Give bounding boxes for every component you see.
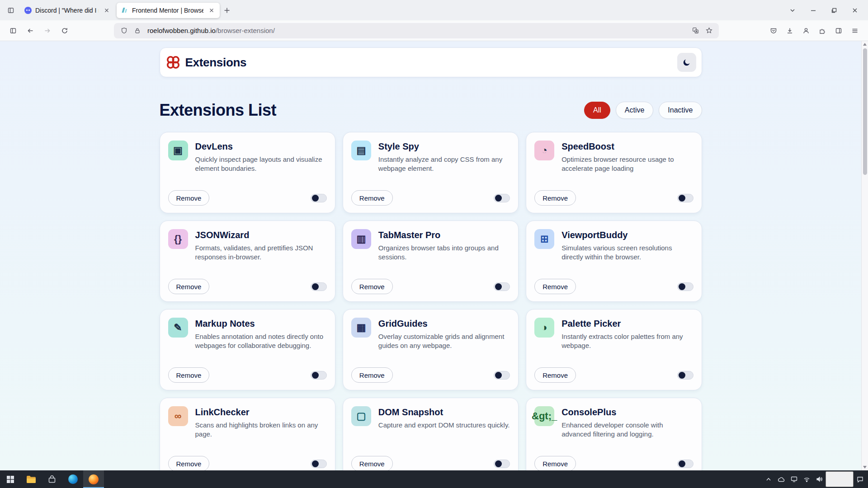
extension-toggle[interactable] xyxy=(311,282,327,291)
toggle-knob xyxy=(679,460,685,467)
back-icon[interactable] xyxy=(23,23,38,38)
extensions-logo-icon xyxy=(165,55,181,70)
downloads-icon[interactable] xyxy=(782,23,797,38)
scrollbar-track[interactable] xyxy=(862,47,868,464)
remove-button[interactable]: Remove xyxy=(351,279,393,294)
extension-icon: ▤ xyxy=(351,141,371,160)
extension-icon: ▥ xyxy=(351,229,371,249)
extension-toggle[interactable] xyxy=(311,371,327,380)
url-text: roelofwobben.github.io/browser-extension… xyxy=(147,27,687,34)
remove-button[interactable]: Remove xyxy=(534,279,576,294)
close-button[interactable] xyxy=(844,0,865,20)
volume-icon[interactable] xyxy=(813,470,826,488)
taskbar-date: 30-5-2025 xyxy=(826,479,853,487)
extension-toggle[interactable] xyxy=(311,460,327,468)
edge-browser-icon[interactable] xyxy=(62,470,83,488)
scroll-down-icon[interactable] xyxy=(863,464,867,470)
pocket-icon[interactable] xyxy=(766,23,781,38)
extension-toggle[interactable] xyxy=(494,460,510,468)
extension-name: Palette Picker xyxy=(561,319,693,329)
bookmark-star-icon[interactable] xyxy=(703,25,714,36)
extension-card: &gt;_ ConsolePlus Enhanced developer con… xyxy=(526,398,702,470)
start-button[interactable] xyxy=(0,470,21,488)
menu-hamburger-icon[interactable] xyxy=(847,23,863,38)
extension-toggle[interactable] xyxy=(677,371,693,380)
toggle-knob xyxy=(679,195,685,202)
extension-description: Enables annotation and notes directly on… xyxy=(195,332,327,351)
remove-button[interactable]: Remove xyxy=(168,190,210,206)
taskbar-clock[interactable]: 12:36 30-5-2025 xyxy=(826,471,854,487)
sidebar-toggle-icon[interactable] xyxy=(5,23,21,38)
maximize-button[interactable] xyxy=(824,0,844,20)
list-all-tabs-icon[interactable] xyxy=(782,8,803,13)
lock-icon[interactable] xyxy=(132,25,143,36)
tab-title: Frontend Mentor | Browser ext xyxy=(132,7,203,14)
extension-name: DevLens xyxy=(195,141,327,152)
remove-button[interactable]: Remove xyxy=(351,367,393,383)
remove-button[interactable]: Remove xyxy=(168,367,210,383)
file-explorer-icon[interactable] xyxy=(21,470,42,488)
address-bar[interactable]: roelofwobben.github.io/browser-extension… xyxy=(114,23,719,38)
toggle-knob xyxy=(495,372,502,379)
list-title: Extensions List xyxy=(160,101,277,120)
extension-toggle[interactable] xyxy=(494,282,510,291)
remove-button[interactable]: Remove xyxy=(534,190,576,206)
extension-card: ✎ Markup Notes Enables annotation and no… xyxy=(160,309,335,390)
extension-card: ▤ Style Spy Instantly analyze and copy C… xyxy=(343,132,519,213)
remove-button[interactable]: Remove xyxy=(168,456,210,470)
network-icon[interactable] xyxy=(800,470,813,488)
filter-active-button[interactable]: Active xyxy=(616,102,654,119)
display-icon[interactable] xyxy=(788,470,800,488)
tab-close-icon[interactable] xyxy=(102,6,111,15)
scrollbar-thumb[interactable] xyxy=(863,48,867,175)
filter-inactive-button[interactable]: Inactive xyxy=(659,102,702,119)
forward-icon[interactable] xyxy=(40,23,55,38)
tray-chevron-up-icon[interactable] xyxy=(762,470,775,488)
remove-button[interactable]: Remove xyxy=(534,367,576,383)
extension-icon: ◑ xyxy=(534,318,554,338)
extensions-puzzle-icon[interactable] xyxy=(815,23,830,38)
extension-description: Overlay customizable grids and alignment… xyxy=(378,332,510,351)
remove-button[interactable]: Remove xyxy=(351,456,393,470)
extension-toggle[interactable] xyxy=(494,194,510,202)
window-controls xyxy=(803,0,865,20)
microsoft-store-icon[interactable] xyxy=(42,470,62,488)
theme-toggle-button[interactable] xyxy=(677,53,696,72)
windows-logo-icon xyxy=(7,476,14,483)
extensions-page: Extensions Extensions List AllActiveInac… xyxy=(0,41,861,470)
extension-toggle[interactable] xyxy=(311,194,327,202)
reload-icon[interactable] xyxy=(57,23,72,38)
account-icon[interactable] xyxy=(798,23,814,38)
browser-tab[interactable]: Discord | "Where did I mess u xyxy=(20,3,115,18)
filter-group: AllActiveInactive xyxy=(584,102,702,119)
sidebars-icon[interactable] xyxy=(831,23,846,38)
filter-all-button[interactable]: All xyxy=(584,102,610,119)
extension-icon: ▦ xyxy=(351,318,371,338)
firefox-view-icon[interactable] xyxy=(4,3,18,18)
moon-icon xyxy=(682,58,691,67)
tracking-protection-shield-icon[interactable] xyxy=(118,25,129,36)
toggle-knob xyxy=(312,195,319,202)
new-tab-button[interactable] xyxy=(220,3,234,18)
browser-tab[interactable]: Frontend Mentor | Browser ext xyxy=(117,3,220,18)
minimize-button[interactable] xyxy=(803,0,824,20)
remove-button[interactable]: Remove xyxy=(168,279,210,294)
action-center-icon[interactable] xyxy=(854,470,866,488)
extension-card: ▥ TabMaster Pro Organizes browser tabs i… xyxy=(343,221,519,302)
extension-toggle[interactable] xyxy=(677,460,693,468)
onedrive-cloud-icon[interactable] xyxy=(775,470,788,488)
extension-description: Organizes browser tabs into groups and s… xyxy=(378,244,510,262)
translate-icon[interactable] xyxy=(690,25,701,36)
scrollbar[interactable] xyxy=(861,41,868,470)
extension-toggle[interactable] xyxy=(494,371,510,380)
firefox-browser-icon[interactable] xyxy=(83,470,104,488)
screen: Discord | "Where did I mess u Frontend M… xyxy=(0,0,868,488)
extension-toggle[interactable] xyxy=(677,194,693,202)
extension-toggle[interactable] xyxy=(677,282,693,291)
scroll-up-icon[interactable] xyxy=(863,41,867,47)
system-tray: 12:36 30-5-2025 xyxy=(762,470,868,488)
remove-button[interactable]: Remove xyxy=(351,190,393,206)
taskbar-time: 12:36 xyxy=(826,472,853,479)
remove-button[interactable]: Remove xyxy=(534,456,576,470)
tab-close-icon[interactable] xyxy=(207,6,216,15)
